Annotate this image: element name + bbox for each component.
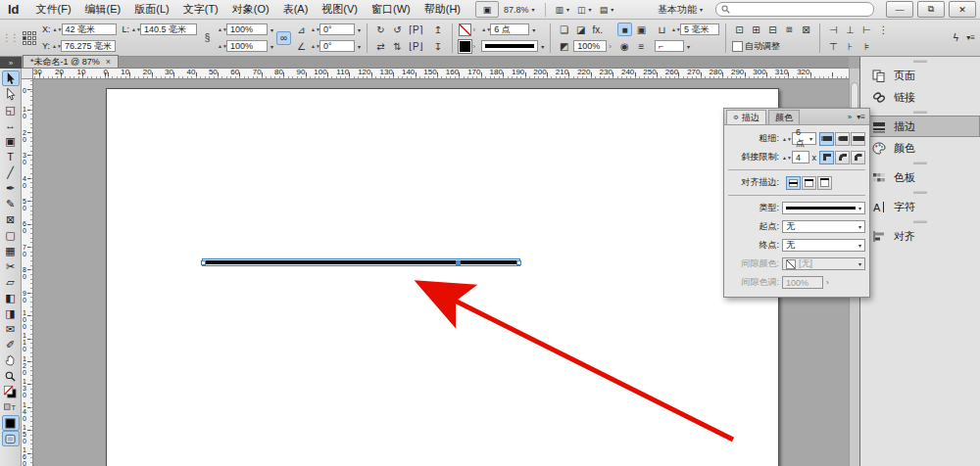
- opacity-field[interactable]: 100%: [573, 40, 607, 52]
- fit-proportional-button[interactable]: ⊟: [765, 23, 780, 36]
- dock-item-color[interactable]: 颜色: [860, 137, 980, 159]
- workspace-switcher[interactable]: 基本功能 ▾: [655, 2, 706, 18]
- menu-文件[interactable]: 文件(F): [29, 1, 78, 17]
- search-input[interactable]: [715, 2, 874, 17]
- rectangle-tool[interactable]: ▢: [2, 227, 20, 243]
- dock-group-handle[interactable]: [860, 188, 980, 196]
- rotate-ccw-button[interactable]: ↺: [390, 23, 405, 36]
- stepper-icon[interactable]: ▲▼: [131, 27, 138, 31]
- scale-x-field[interactable]: 100%: [226, 23, 268, 35]
- join-miter-button[interactable]: [819, 151, 834, 164]
- note-tool[interactable]: ✉: [2, 321, 20, 337]
- type-tool[interactable]: T: [2, 149, 20, 164]
- stepper-icon[interactable]: ▲▼: [782, 137, 789, 141]
- align-center-button[interactable]: ⊥: [843, 23, 858, 36]
- wrap-jump-button[interactable]: ≡: [634, 39, 649, 53]
- dock-item-links[interactable]: 链接: [860, 86, 980, 108]
- shear-field[interactable]: 0°: [319, 40, 355, 52]
- stepper-icon[interactable]: ▲▼: [52, 44, 59, 48]
- dock-item-pages[interactable]: 页面: [860, 65, 980, 86]
- align-stroke-center-button[interactable]: [786, 176, 801, 190]
- document-tab[interactable]: *未命名-1 @ 87% ×: [23, 55, 119, 68]
- dock-item-stroke[interactable]: 描边: [860, 116, 980, 137]
- select-next-button[interactable]: ↧: [431, 39, 446, 53]
- menu-版面[interactable]: 版面(L): [127, 1, 175, 17]
- panel-menu-icon[interactable]: ▾≡: [857, 113, 865, 121]
- transparency-button[interactable]: ◪: [573, 23, 588, 36]
- weight-dropdown[interactable]: 6 点▾: [792, 132, 816, 145]
- fill-frame-button[interactable]: ⧈: [782, 23, 797, 36]
- tab-color[interactable]: 颜色: [768, 110, 800, 124]
- wrap-bounding-button[interactable]: ▣: [634, 23, 649, 36]
- bridge-icon[interactable]: ▣: [475, 1, 499, 18]
- pen-tool[interactable]: ✒: [2, 180, 20, 196]
- direct-selection-tool[interactable]: [2, 86, 20, 102]
- select-content-button[interactable]: ⌊P⌋: [407, 39, 424, 53]
- screen-mode-button[interactable]: [2, 431, 20, 446]
- panel-grip[interactable]: ⋮⋮: [2, 32, 18, 43]
- vertical-ruler[interactable]: 0102030405060708090100110120130140150160: [22, 79, 33, 466]
- frame-tool[interactable]: ⊠: [2, 211, 20, 227]
- stepper-icon[interactable]: ▲▼: [53, 27, 60, 31]
- fill-color-swatch[interactable]: [459, 40, 471, 53]
- align-stroke-inside-button[interactable]: [802, 176, 816, 190]
- length-field[interactable]: 140.5 毫米: [140, 23, 197, 35]
- rotation-field[interactable]: 0°: [319, 23, 355, 35]
- fill-stroke-proxy[interactable]: [2, 384, 20, 399]
- dock-item-align[interactable]: 对齐: [860, 225, 980, 247]
- tab-close-icon[interactable]: ×: [106, 57, 111, 67]
- dock-group-handle[interactable]: [860, 57, 980, 65]
- stepper-icon[interactable]: ▲▼: [311, 44, 318, 48]
- center-content-button[interactable]: ⊠: [799, 23, 813, 36]
- miter-field[interactable]: 4: [792, 151, 809, 163]
- fit-content-button[interactable]: ⊡: [732, 23, 747, 36]
- x-field[interactable]: 42 毫米: [62, 23, 117, 35]
- eyedropper-tool[interactable]: ✐: [2, 337, 20, 352]
- align-right-button[interactable]: ⊢: [859, 23, 874, 36]
- end-dropdown[interactable]: 无▾: [782, 239, 865, 252]
- scale-y-field[interactable]: 100%: [226, 40, 268, 52]
- arrange-documents-dropdown[interactable]: ▤▾: [597, 4, 617, 16]
- fit-frame-button[interactable]: ⊞: [749, 23, 763, 36]
- gap-tool[interactable]: ↔: [2, 117, 20, 133]
- reference-point-proxy[interactable]: [23, 31, 36, 45]
- zoom-tool[interactable]: [2, 368, 20, 384]
- stepper-icon[interactable]: ▲▼: [218, 44, 224, 48]
- drop-shadow-button[interactable]: ❏: [557, 23, 571, 36]
- panel-collapse-icon[interactable]: »: [848, 113, 852, 121]
- stepper-icon[interactable]: ▲▼: [218, 27, 224, 31]
- effects-button[interactable]: fx.: [590, 23, 605, 36]
- align-left-button[interactable]: ⊣: [826, 23, 841, 36]
- corner-radius-field[interactable]: 5 毫米: [680, 23, 719, 35]
- menu-编辑[interactable]: 编辑(E): [78, 1, 128, 17]
- free-transform-tool[interactable]: ▱: [2, 274, 20, 290]
- menu-文字[interactable]: 文字(T): [176, 1, 225, 17]
- minimize-button[interactable]: —: [886, 1, 913, 18]
- view-options-dropdown[interactable]: ▥▾: [553, 4, 573, 16]
- wrap-shape-button[interactable]: ◉: [617, 39, 632, 53]
- link-scale-button[interactable]: ∞: [276, 31, 291, 45]
- cap-round-button[interactable]: [835, 132, 850, 146]
- stroke-type-dropdown[interactable]: [481, 40, 538, 52]
- rotate-cw-button[interactable]: ↻: [373, 23, 388, 36]
- quick-apply-button[interactable]: ϟ: [949, 31, 963, 45]
- select-container-button[interactable]: ⌈P⌉: [407, 23, 424, 36]
- toolbar-collapse-chip[interactable]: »: [0, 57, 22, 69]
- dock-item-swatches[interactable]: 色板: [860, 166, 980, 188]
- corner-shape-dropdown[interactable]: ⌐: [655, 40, 684, 52]
- apply-color-button[interactable]: [2, 415, 20, 431]
- horizontal-ruler[interactable]: 3020100102030405060708090100110120130140…: [33, 69, 849, 79]
- line-tool[interactable]: ╱: [2, 164, 20, 180]
- content-collector-tool[interactable]: ▣: [2, 133, 20, 149]
- zoom-level-dropdown[interactable]: 87.8% ▾: [501, 4, 538, 16]
- wrap-none-button[interactable]: ■: [617, 23, 632, 36]
- close-button[interactable]: ✕: [949, 1, 976, 18]
- ruler-origin-box[interactable]: [22, 69, 33, 79]
- scissors-tool[interactable]: ✂: [2, 258, 20, 274]
- hand-tool[interactable]: [2, 352, 20, 368]
- flip-h-button[interactable]: ⇄: [373, 39, 388, 53]
- pencil-tool[interactable]: ✎: [2, 196, 20, 211]
- stroke-weight-field[interactable]: 6 点: [490, 23, 529, 35]
- formatting-affects-toggle[interactable]: T: [2, 399, 20, 415]
- distribute-3-button[interactable]: ⊧: [859, 39, 874, 53]
